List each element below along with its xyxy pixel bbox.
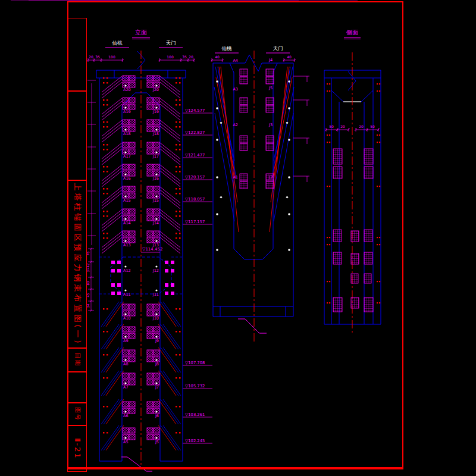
header-table [67,1,403,18]
titleblock-cell-no-label: 图号 [67,403,87,425]
sheet-border [67,1,403,469]
titleblock-cell-no: Ⅱ-21 [67,425,87,472]
cad-sheet: 立面仙桃天门20351001003520763×42804534A20J20A1… [0,0,476,476]
titleblock-cell-title: 上塔柱锚固区预应力钢束布置图(一) [67,180,87,348]
date-label: 日期 [73,353,82,367]
titleblock-cell-empty3 [67,372,87,403]
titleblock-cell-date: 日期 [67,348,87,372]
drawing-title: 上塔柱锚固区预应力钢束布置图(一) [72,183,83,345]
titleblock-cell-empty1 [67,18,87,91]
drawing-no: Ⅱ-21 [73,438,82,459]
drawing-no-label: 图号 [73,407,82,421]
titleblock-cell-empty2 [67,91,87,180]
